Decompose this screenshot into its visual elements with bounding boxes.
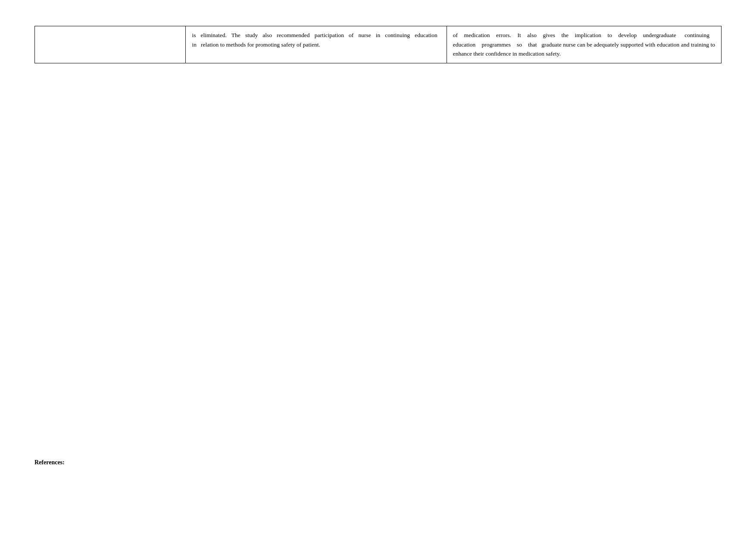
references-label: References: <box>34 459 65 466</box>
content-table: is eliminated. The study also recommende… <box>34 26 722 63</box>
left-cell: is eliminated. The study also recommende… <box>186 26 447 63</box>
right-cell: of medication errors. It also gives the … <box>447 26 721 63</box>
table-container: is eliminated. The study also recommende… <box>34 26 722 63</box>
right-cell-text: of medication errors. It also gives the … <box>453 32 715 57</box>
empty-cell <box>35 26 186 63</box>
references-section: References: <box>34 459 65 466</box>
page: is eliminated. The study also recommende… <box>0 0 756 535</box>
table-row: is eliminated. The study also recommende… <box>35 26 722 63</box>
left-cell-text: is eliminated. The study also recommende… <box>192 32 440 48</box>
